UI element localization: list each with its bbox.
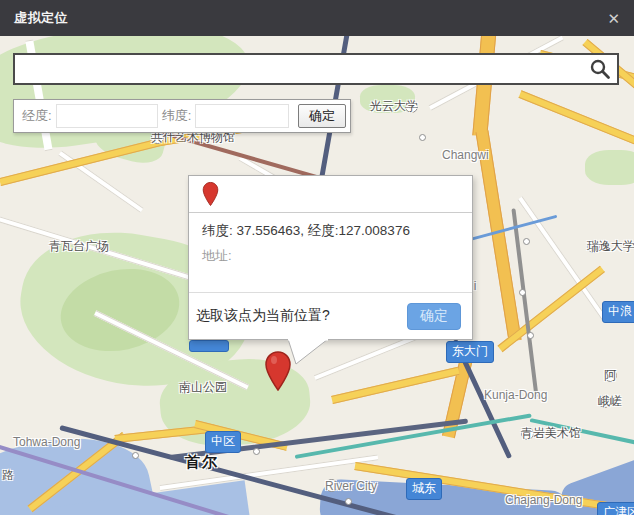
search-icon bbox=[589, 58, 611, 80]
road-segment bbox=[472, 36, 496, 136]
popup-address: 地址: bbox=[202, 247, 462, 265]
coord-confirm-button[interactable]: 确定 bbox=[298, 104, 346, 128]
road-segment bbox=[331, 367, 459, 404]
longitude-input[interactable] bbox=[56, 104, 158, 128]
street-label: 路 bbox=[2, 467, 14, 484]
pin-icon bbox=[202, 181, 219, 207]
station-dot bbox=[253, 448, 260, 455]
popup-question: 选取该点为当前位置? bbox=[196, 307, 330, 325]
poi-university2-label: 瑞逸大学 bbox=[587, 240, 600, 253]
city-label-seoul: 首尔 bbox=[185, 453, 219, 472]
poi-rivercity-label: River City bbox=[325, 479, 338, 492]
virtual-location-window: 虚拟定位 ✕ bbox=[0, 0, 634, 515]
title-bar: 虚拟定位 ✕ bbox=[0, 0, 634, 36]
poi-plaza-label: 青瓦台广场 bbox=[96, 240, 109, 253]
search-bar bbox=[13, 53, 619, 85]
search-button[interactable] bbox=[583, 55, 617, 83]
poi-university-label: 光云大学 bbox=[405, 100, 418, 113]
popup-coordinates: 纬度: 37.556463, 经度:127.008376 bbox=[202, 222, 462, 240]
badge-zhongqu: 中区 bbox=[205, 431, 241, 453]
place-label-kunja: Kunja-Dong bbox=[484, 388, 547, 402]
latitude-input[interactable] bbox=[195, 104, 289, 128]
popup-body: 纬度: 37.556463, 经度:127.008376 地址: bbox=[189, 213, 472, 265]
longitude-label: 经度: bbox=[22, 107, 52, 125]
badge-dongdamen: 东大门 bbox=[446, 341, 494, 363]
station-dot bbox=[527, 332, 534, 339]
station-dot bbox=[132, 452, 139, 459]
search-input[interactable] bbox=[23, 56, 583, 82]
badge-zhonglang: 中浪 bbox=[602, 301, 634, 323]
station-dot bbox=[519, 289, 526, 296]
station-dot bbox=[345, 498, 352, 505]
popup-confirm-button[interactable]: 确定 bbox=[407, 303, 461, 330]
station-dot bbox=[523, 238, 530, 245]
poi-a-label: 阿 bbox=[604, 369, 617, 382]
coordinate-panel: 经度: 纬度: 确定 bbox=[13, 99, 351, 133]
park-area bbox=[585, 150, 634, 185]
popup-tail bbox=[281, 339, 329, 365]
latitude-label: 纬度: bbox=[162, 107, 192, 125]
poi-echa-label: 峨嵯 bbox=[598, 395, 611, 408]
poi-park-label: 南山公园 bbox=[179, 381, 192, 394]
location-popup: 纬度: 37.556463, 经度:127.008376 地址: 选取该点为当前… bbox=[188, 175, 473, 340]
place-label-tohwa: Tohwa-Dong bbox=[13, 435, 80, 449]
place-label-chajang: Chajang-Dong bbox=[505, 493, 582, 507]
popup-header bbox=[189, 176, 472, 213]
window-title: 虚拟定位 bbox=[14, 9, 68, 27]
badge-fragment bbox=[189, 340, 229, 352]
badge-guangjinqu: 广津区 bbox=[597, 502, 634, 515]
close-icon[interactable]: ✕ bbox=[607, 11, 620, 26]
popup-footer: 选取该点为当前位置? 确定 bbox=[189, 292, 472, 339]
badge-chengdong: 城东 bbox=[406, 478, 442, 500]
place-label-changwi: Changwi bbox=[442, 148, 489, 162]
poi-gallery-label: 青岩美术馆 bbox=[521, 427, 534, 440]
road-segment bbox=[519, 90, 634, 150]
station-dot bbox=[419, 134, 426, 141]
